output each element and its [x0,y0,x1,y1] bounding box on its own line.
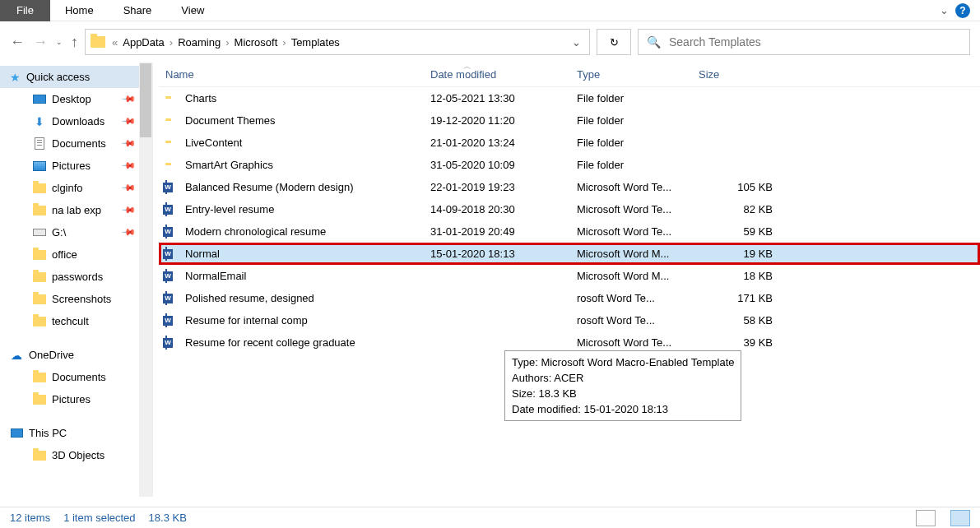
drive-icon [33,226,46,239]
nav-this-pc[interactable]: This PC [0,422,152,444]
view-large-icons-button[interactable] [916,510,936,526]
file-row[interactable]: SmartArt Graphics31-05-2020 10:09File fo… [159,154,980,176]
history-dropdown[interactable]: ⌄ [56,39,63,45]
breadcrumb-item[interactable]: Roaming [174,36,224,49]
file-name: Charts [185,92,430,104]
tooltip-authors: Authors: ACER [512,370,734,386]
col-date[interactable]: Date modified [430,68,577,81]
file-type: File folder [577,137,699,149]
forward-button: → [33,34,48,51]
file-type: Microsoft Word M... [577,248,699,260]
nav-item[interactable]: na lab exp📌 [0,199,152,221]
file-row[interactable]: NormalEmailMicrosoft Word M...18 KB [159,265,980,287]
nav-buttons: ← → ⌄ ↑ [10,34,78,51]
col-name[interactable]: Name [165,68,430,81]
file-name: NormalEmail [185,270,430,282]
desktop-icon [33,93,46,106]
pin-icon: 📌 [120,136,136,151]
tab-view[interactable]: View [166,0,219,21]
tooltip-date: Date modified: 15-01-2020 18:13 [512,401,734,417]
breadcrumb-overflow[interactable]: « [110,36,119,49]
nav-item-label: Desktop [52,93,91,105]
folder-icon [33,248,46,262]
search-input[interactable] [669,35,969,49]
nav-item[interactable]: Desktop📌 [0,88,152,110]
file-row[interactable]: LiveContent21-01-2020 13:24File folder [159,132,980,154]
nav-onedrive[interactable]: ☁ OneDrive [0,344,152,366]
pin-icon: 📌 [120,113,136,129]
back-button[interactable]: ← [10,34,25,51]
folder-icon [33,182,46,195]
pin-icon: 📌 [120,158,136,174]
col-size[interactable]: Size [699,68,781,81]
tab-file[interactable]: File [0,0,50,21]
nav-item-label: Documents [52,371,106,383]
breadcrumb-dropdown[interactable]: ⌄ [572,36,589,49]
pictures-icon [33,160,46,173]
nav-item-label: clginfo [52,182,83,194]
file-row[interactable]: Charts12-05-2021 13:30File folder [159,87,980,109]
file-type: File folder [577,92,699,104]
file-row[interactable]: Polished resume, designedrosoft Word Te.… [159,287,980,309]
file-tooltip: Type: Microsoft Word Macro-Enabled Templ… [504,350,741,421]
refresh-button[interactable]: ↻ [597,29,631,55]
tab-share[interactable]: Share [109,0,167,21]
file-row[interactable]: Balanced Resume (Modern design)22-01-201… [159,176,980,198]
file-date: 31-01-2019 20:49 [430,225,577,238]
file-type: rosoft Word Te... [577,314,699,327]
file-row[interactable]: Modern chronological resume31-01-2019 20… [159,220,980,243]
tab-home[interactable]: Home [50,0,109,21]
nav-label: This PC [29,427,67,439]
search-box[interactable]: 🔍 [638,29,970,55]
col-type[interactable]: Type [577,68,699,81]
nav-item[interactable]: passwords [0,266,152,288]
file-date: 12-05-2021 13:30 [430,92,577,104]
file-row[interactable]: Entry-level resume14-09-2018 20:30Micros… [159,198,980,220]
file-name: Polished resume, designed [185,292,430,304]
nav-item[interactable]: clginfo📌 [0,177,152,199]
navpane-scrollbar[interactable] [139,63,152,497]
file-size: 82 KB [699,203,773,215]
nav-item[interactable]: Pictures [0,388,152,410]
nav-item-label: techcult [52,315,89,327]
nav-quick-access[interactable]: ★ Quick access [0,66,152,88]
nav-item[interactable]: Screenshots [0,288,152,310]
file-list: ︿ Name Date modified Type Size Charts12-… [159,63,980,497]
help-icon[interactable]: ? [955,3,970,18]
file-name: Document Themes [185,114,430,127]
up-button[interactable]: ↑ [71,34,78,51]
breadcrumb-item[interactable]: Microsoft [231,36,281,49]
file-type: File folder [577,159,699,171]
breadcrumb[interactable]: « AppData › Roaming › Microsoft › Templa… [85,29,590,55]
nav-item-label: Screenshots [52,293,111,305]
file-row[interactable]: Resume for internal comprosoft Word Te..… [159,309,980,331]
nav-item[interactable]: techcult [0,310,152,332]
nav-item[interactable]: Pictures📌 [0,155,152,177]
navigation-pane: ★ Quick access Desktop📌⬇Downloads📌Docume… [0,63,152,497]
view-details-button[interactable] [950,510,970,526]
file-row[interactable]: Document Themes19-12-2020 11:20File fold… [159,109,980,132]
nav-item-label: passwords [52,271,103,283]
nav-item[interactable]: 3D Objects [0,444,152,466]
nav-item[interactable]: Documents📌 [0,132,152,155]
nav-item[interactable]: office [0,243,152,266]
breadcrumb-sep: › [168,36,174,49]
file-date: 22-01-2019 19:23 [430,181,577,193]
word-icon [165,292,167,304]
document-icon [33,137,46,151]
nav-item[interactable]: ⬇Downloads📌 [0,110,152,132]
ribbon-expand-chevron[interactable]: ⌄ [940,4,949,16]
folder-icon [33,449,46,462]
file-type: Microsoft Word M... [577,270,699,282]
file-row[interactable]: Normal15-01-2020 18:13Microsoft Word M..… [159,243,980,265]
nav-item-label: Documents [52,137,106,150]
breadcrumb-item[interactable]: Templates [288,36,343,49]
nav-item[interactable]: G:\📌 [0,221,152,243]
nav-item-label: G:\ [52,226,66,239]
file-type: Microsoft Word Te... [577,203,699,215]
nav-item[interactable]: Documents [0,366,152,388]
breadcrumb-item[interactable]: AppData [119,36,168,49]
folder-icon [91,36,105,48]
file-type: File folder [577,114,699,127]
pane-divider[interactable] [152,63,159,497]
